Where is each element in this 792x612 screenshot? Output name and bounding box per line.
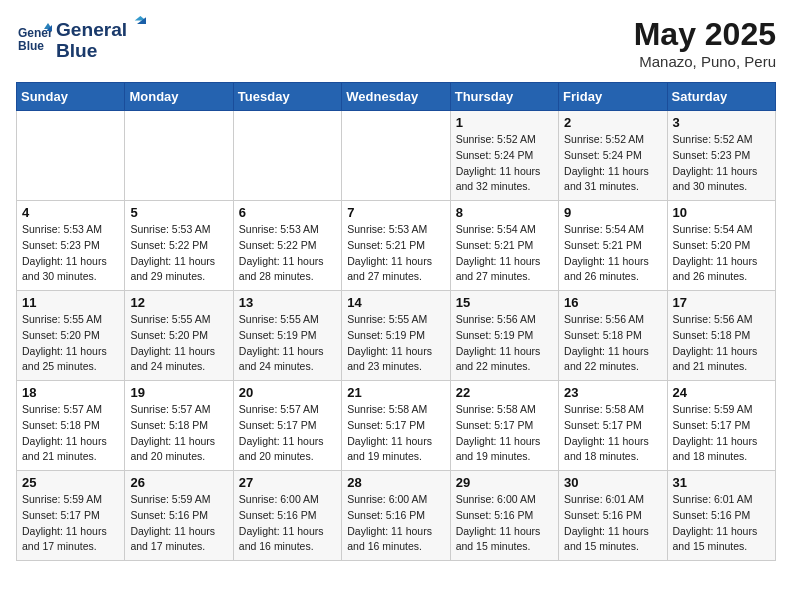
day-info: Sunrise: 5:58 AM Sunset: 5:17 PM Dayligh… [456, 402, 553, 465]
calendar-cell: 17Sunrise: 5:56 AM Sunset: 5:18 PM Dayli… [667, 291, 775, 381]
day-number: 14 [347, 295, 444, 310]
calendar-cell: 6Sunrise: 5:53 AM Sunset: 5:22 PM Daylig… [233, 201, 341, 291]
weekday-header-sunday: Sunday [17, 83, 125, 111]
day-number: 30 [564, 475, 661, 490]
day-number: 2 [564, 115, 661, 130]
svg-text:Blue: Blue [56, 40, 97, 61]
calendar-cell: 21Sunrise: 5:58 AM Sunset: 5:17 PM Dayli… [342, 381, 450, 471]
day-number: 24 [673, 385, 770, 400]
calendar-cell: 23Sunrise: 5:58 AM Sunset: 5:17 PM Dayli… [559, 381, 667, 471]
calendar-cell: 29Sunrise: 6:00 AM Sunset: 5:16 PM Dayli… [450, 471, 558, 561]
day-number: 12 [130, 295, 227, 310]
calendar-cell: 27Sunrise: 6:00 AM Sunset: 5:16 PM Dayli… [233, 471, 341, 561]
day-info: Sunrise: 5:59 AM Sunset: 5:16 PM Dayligh… [130, 492, 227, 555]
calendar-cell: 25Sunrise: 5:59 AM Sunset: 5:17 PM Dayli… [17, 471, 125, 561]
calendar-cell: 13Sunrise: 5:55 AM Sunset: 5:19 PM Dayli… [233, 291, 341, 381]
day-number: 19 [130, 385, 227, 400]
day-number: 6 [239, 205, 336, 220]
calendar-cell [342, 111, 450, 201]
logo-image: General Blue [56, 16, 146, 61]
day-info: Sunrise: 6:01 AM Sunset: 5:16 PM Dayligh… [564, 492, 661, 555]
day-number: 21 [347, 385, 444, 400]
day-info: Sunrise: 5:58 AM Sunset: 5:17 PM Dayligh… [564, 402, 661, 465]
calendar-cell: 1Sunrise: 5:52 AM Sunset: 5:24 PM Daylig… [450, 111, 558, 201]
day-number: 27 [239, 475, 336, 490]
svg-text:General: General [56, 19, 127, 40]
week-row-2: 4Sunrise: 5:53 AM Sunset: 5:23 PM Daylig… [17, 201, 776, 291]
calendar-cell: 8Sunrise: 5:54 AM Sunset: 5:21 PM Daylig… [450, 201, 558, 291]
day-number: 1 [456, 115, 553, 130]
day-number: 11 [22, 295, 119, 310]
day-info: Sunrise: 5:57 AM Sunset: 5:18 PM Dayligh… [130, 402, 227, 465]
calendar-cell: 16Sunrise: 5:56 AM Sunset: 5:18 PM Dayli… [559, 291, 667, 381]
day-info: Sunrise: 5:55 AM Sunset: 5:19 PM Dayligh… [347, 312, 444, 375]
day-number: 3 [673, 115, 770, 130]
day-number: 5 [130, 205, 227, 220]
week-row-4: 18Sunrise: 5:57 AM Sunset: 5:18 PM Dayli… [17, 381, 776, 471]
calendar-cell: 12Sunrise: 5:55 AM Sunset: 5:20 PM Dayli… [125, 291, 233, 381]
day-number: 18 [22, 385, 119, 400]
svg-text:Blue: Blue [18, 39, 44, 53]
day-info: Sunrise: 6:00 AM Sunset: 5:16 PM Dayligh… [347, 492, 444, 555]
day-info: Sunrise: 5:54 AM Sunset: 5:21 PM Dayligh… [564, 222, 661, 285]
calendar-cell: 3Sunrise: 5:52 AM Sunset: 5:23 PM Daylig… [667, 111, 775, 201]
weekday-header-thursday: Thursday [450, 83, 558, 111]
weekday-header-friday: Friday [559, 83, 667, 111]
day-info: Sunrise: 5:54 AM Sunset: 5:21 PM Dayligh… [456, 222, 553, 285]
calendar-cell: 19Sunrise: 5:57 AM Sunset: 5:18 PM Dayli… [125, 381, 233, 471]
day-info: Sunrise: 5:59 AM Sunset: 5:17 PM Dayligh… [22, 492, 119, 555]
page-header: General Blue General Blue General Blue M… [16, 16, 776, 70]
day-number: 10 [673, 205, 770, 220]
calendar-cell: 2Sunrise: 5:52 AM Sunset: 5:24 PM Daylig… [559, 111, 667, 201]
day-info: Sunrise: 5:53 AM Sunset: 5:22 PM Dayligh… [130, 222, 227, 285]
calendar-cell: 4Sunrise: 5:53 AM Sunset: 5:23 PM Daylig… [17, 201, 125, 291]
weekday-header-row: SundayMondayTuesdayWednesdayThursdayFrid… [17, 83, 776, 111]
calendar-cell: 5Sunrise: 5:53 AM Sunset: 5:22 PM Daylig… [125, 201, 233, 291]
day-info: Sunrise: 5:55 AM Sunset: 5:20 PM Dayligh… [130, 312, 227, 375]
day-info: Sunrise: 5:52 AM Sunset: 5:23 PM Dayligh… [673, 132, 770, 195]
day-info: Sunrise: 6:01 AM Sunset: 5:16 PM Dayligh… [673, 492, 770, 555]
day-number: 9 [564, 205, 661, 220]
day-number: 7 [347, 205, 444, 220]
day-number: 16 [564, 295, 661, 310]
day-number: 28 [347, 475, 444, 490]
location: Manazo, Puno, Peru [634, 53, 776, 70]
day-info: Sunrise: 5:56 AM Sunset: 5:18 PM Dayligh… [564, 312, 661, 375]
calendar-cell: 7Sunrise: 5:53 AM Sunset: 5:21 PM Daylig… [342, 201, 450, 291]
day-number: 4 [22, 205, 119, 220]
calendar-cell: 30Sunrise: 6:01 AM Sunset: 5:16 PM Dayli… [559, 471, 667, 561]
calendar-cell [17, 111, 125, 201]
weekday-header-monday: Monday [125, 83, 233, 111]
day-number: 8 [456, 205, 553, 220]
calendar-cell: 26Sunrise: 5:59 AM Sunset: 5:16 PM Dayli… [125, 471, 233, 561]
day-info: Sunrise: 6:00 AM Sunset: 5:16 PM Dayligh… [239, 492, 336, 555]
calendar-cell: 9Sunrise: 5:54 AM Sunset: 5:21 PM Daylig… [559, 201, 667, 291]
calendar-cell: 14Sunrise: 5:55 AM Sunset: 5:19 PM Dayli… [342, 291, 450, 381]
day-info: Sunrise: 5:54 AM Sunset: 5:20 PM Dayligh… [673, 222, 770, 285]
day-number: 29 [456, 475, 553, 490]
day-number: 31 [673, 475, 770, 490]
day-info: Sunrise: 5:58 AM Sunset: 5:17 PM Dayligh… [347, 402, 444, 465]
calendar-cell [233, 111, 341, 201]
calendar-cell: 10Sunrise: 5:54 AM Sunset: 5:20 PM Dayli… [667, 201, 775, 291]
calendar-cell: 24Sunrise: 5:59 AM Sunset: 5:17 PM Dayli… [667, 381, 775, 471]
day-info: Sunrise: 5:57 AM Sunset: 5:17 PM Dayligh… [239, 402, 336, 465]
week-row-5: 25Sunrise: 5:59 AM Sunset: 5:17 PM Dayli… [17, 471, 776, 561]
day-number: 20 [239, 385, 336, 400]
calendar-cell: 31Sunrise: 6:01 AM Sunset: 5:16 PM Dayli… [667, 471, 775, 561]
weekday-header-saturday: Saturday [667, 83, 775, 111]
title-block: May 2025 Manazo, Puno, Peru [634, 16, 776, 70]
calendar-cell: 22Sunrise: 5:58 AM Sunset: 5:17 PM Dayli… [450, 381, 558, 471]
day-info: Sunrise: 5:52 AM Sunset: 5:24 PM Dayligh… [456, 132, 553, 195]
day-info: Sunrise: 5:56 AM Sunset: 5:18 PM Dayligh… [673, 312, 770, 375]
day-number: 22 [456, 385, 553, 400]
day-info: Sunrise: 5:53 AM Sunset: 5:23 PM Dayligh… [22, 222, 119, 285]
day-info: Sunrise: 5:55 AM Sunset: 5:19 PM Dayligh… [239, 312, 336, 375]
day-info: Sunrise: 5:59 AM Sunset: 5:17 PM Dayligh… [673, 402, 770, 465]
calendar-cell: 18Sunrise: 5:57 AM Sunset: 5:18 PM Dayli… [17, 381, 125, 471]
day-number: 26 [130, 475, 227, 490]
day-info: Sunrise: 5:55 AM Sunset: 5:20 PM Dayligh… [22, 312, 119, 375]
day-info: Sunrise: 5:57 AM Sunset: 5:18 PM Dayligh… [22, 402, 119, 465]
calendar-cell [125, 111, 233, 201]
day-number: 23 [564, 385, 661, 400]
